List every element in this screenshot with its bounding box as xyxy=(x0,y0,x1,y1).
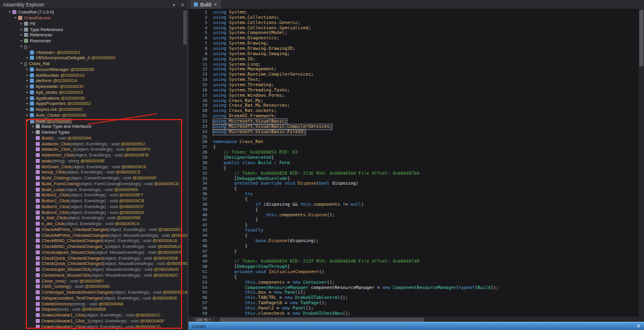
chevron-collapsed-icon[interactable]: ▸ xyxy=(25,84,30,89)
chevron-collapsed-icon[interactable]: ▸ xyxy=(25,113,30,118)
tree-item[interactable]: Button2_Click(object, EventArgs) : void … xyxy=(0,198,187,204)
chevron-expanded-icon[interactable]: ▾ xyxy=(7,9,12,15)
tree-item[interactable]: ▸AppsProperties @02000052 xyxy=(0,101,187,107)
tree-item-content[interactable]: Close_cmd() : void @060009B7 xyxy=(36,278,105,284)
tree-scrollbar[interactable] xyxy=(183,9,187,330)
tree-item[interactable]: Addmintor_Click(object, EventArgs) : voi… xyxy=(0,152,187,158)
code-line[interactable]: 45 base.Dispose(disposing); xyxy=(189,239,639,244)
tree-item-content[interactable]: Combotype_SelectedIndexChanged(object, E… xyxy=(36,290,187,295)
tree-item-content[interactable]: References xyxy=(24,32,53,38)
tree-item-content[interactable]: {}Craxs_Rat xyxy=(24,61,51,66)
tree-item[interactable]: Checkcatpure_MouseClick(object, MouseEve… xyxy=(0,250,187,256)
tree-item-content[interactable]: Apkinstaller @0200003C xyxy=(30,84,85,89)
tab-close-icon[interactable]: ✕ xyxy=(214,2,217,7)
tree-item-content[interactable]: Clonecheck_MouseClick(object, MouseEvent… xyxy=(36,273,180,278)
chevron-down-icon[interactable]: ▾ xyxy=(173,2,175,8)
tree-item[interactable]: ▾CraxsRat.exe xyxy=(0,15,187,21)
chevron-expanded-icon[interactable]: ▾ xyxy=(19,44,24,49)
tree-item[interactable]: btnUp_Click(object, EventArgs) : void @0… xyxy=(0,169,187,175)
tree-item-content[interactable]: AccountManager @02000030 xyxy=(30,67,95,72)
tree-item[interactable]: btnDown_Click(object, EventArgs) : void … xyxy=(0,164,187,169)
tree-item-content[interactable]: AsyncLock @0200000C xyxy=(30,107,84,112)
tree-item[interactable]: CheckAllPrims_CheckedChanged(object, Mou… xyxy=(0,232,187,238)
tree-item-content[interactable]: CheckQuick_CheckedChanged(object, EventA… xyxy=(36,256,179,261)
tree-item[interactable]: ▸Type References xyxy=(0,26,187,32)
tree-item[interactable]: Build_FormClosing(object, FormClosingEve… xyxy=(0,181,187,187)
chevron-collapsed-icon[interactable]: ▸ xyxy=(25,101,30,106)
tree-item[interactable]: CheckAllPrims_CheckedChanged(object, Eve… xyxy=(0,227,187,233)
tree-item[interactable]: Checksuper_MouseClick(object, MouseEvent… xyxy=(0,267,187,273)
close-icon[interactable]: ✕ xyxy=(180,2,184,8)
tree-item-content[interactable]: b_del_Click(object, EventArgs) : void @0… xyxy=(36,221,141,226)
tree-item-selected-content[interactable]: Build @02000053 xyxy=(30,118,72,124)
code-line[interactable]: 46 } xyxy=(189,244,639,249)
tree-item[interactable]: b_Add_Click(object, EventArgs) : void @0… xyxy=(0,215,187,221)
tree-item[interactable]: Addactiv_Click(object, EventArgs) : void… xyxy=(0,141,187,147)
tree-item-content[interactable]: asab(string) : string @0600099E xyxy=(36,158,106,164)
tree-item[interactable]: ▸Derived Types xyxy=(0,130,187,135)
tree-item[interactable]: <Module> @02000001 xyxy=(0,49,187,55)
tree-item-content[interactable]: Auto_Clicker @0200003D xyxy=(30,113,88,118)
tree-item-content[interactable]: DrakeUIAvatar1_Click_1(object, EventArgs… xyxy=(36,318,166,324)
chevron-expanded-icon[interactable]: ▾ xyxy=(25,118,30,124)
tree-item[interactable]: ▸Apkinstaller @0200003C xyxy=(0,84,187,90)
tree-item[interactable]: ▾{}- xyxy=(0,44,187,50)
tree-item[interactable]: CheckQuick_CheckedChanged(object, EventA… xyxy=(0,255,187,261)
tree-item[interactable]: Build() : void @06000994 xyxy=(0,135,187,141)
tree-item[interactable]: ▸Resources xyxy=(0,38,187,44)
chevron-collapsed-icon[interactable]: ▸ xyxy=(30,124,36,129)
chevron-collapsed-icon[interactable]: ▸ xyxy=(25,55,30,60)
tree-item-content[interactable]: Build() : void @06000994 xyxy=(36,135,93,141)
code-line[interactable]: 51 private void InitializeComponent() xyxy=(189,270,639,275)
tree-item[interactable]: Button4_Click(object, EventArgs) : void … xyxy=(0,209,187,215)
chevron-collapsed-icon[interactable]: ▸ xyxy=(19,21,24,26)
chevron-collapsed-icon[interactable]: ▸ xyxy=(25,90,30,95)
tree-item[interactable]: ▸aletform @0200001A xyxy=(0,78,187,84)
tree-item-content[interactable]: {}- xyxy=(24,44,32,49)
tree-item[interactable]: Build_Load(object, EventArgs) : void @06… xyxy=(0,186,187,192)
tree-item[interactable]: Clonecheck_MouseClick(object, MouseEvent… xyxy=(0,273,187,278)
tree-item-content[interactable]: aletform @0200001A xyxy=(30,78,78,83)
tree-item-content[interactable]: Derived Types xyxy=(36,130,71,135)
tree-item-content[interactable]: CheckAllPrims_CheckedChanged(object, Eve… xyxy=(36,227,184,232)
chevron-collapsed-icon[interactable]: ▸ xyxy=(19,27,24,32)
tree-item-content[interactable]: CMD_running() : bool @060009AD xyxy=(36,284,111,289)
tree-item-content[interactable]: Addactiv_Click_1(object, EventArgs) : vo… xyxy=(36,147,151,152)
close-icon[interactable]: ✕ xyxy=(636,324,640,329)
tree-item-content[interactable]: CheckAllPrims_CheckedChanged(object, Mou… xyxy=(36,233,187,238)
tree-item-content[interactable]: Build_Load(object, EventArgs) : void @06… xyxy=(36,187,139,192)
tree-item[interactable]: Dispose(bool) : void @06000858 xyxy=(0,307,187,312)
tree-item[interactable]: CheckQuick_CheckedChanged(object, MouseE… xyxy=(0,261,187,267)
tree-item[interactable]: Delayaccesstext_TextChanged(object, Even… xyxy=(0,295,187,301)
vscrollbar-thumb[interactable] xyxy=(639,10,643,66)
chevron-expanded-icon[interactable]: ▾ xyxy=(13,15,18,21)
tree-item-content[interactable]: Button2_Click(object, EventArgs) : void … xyxy=(36,198,145,203)
tree-item-content[interactable]: AppsProperties @02000052 xyxy=(30,101,92,106)
tree-item-content[interactable]: Build_Closing(object, CancelEventArgs) :… xyxy=(36,175,158,181)
editor-vscrollbar[interactable] xyxy=(639,9,644,317)
tree-item-content[interactable]: <Module> @02000001 xyxy=(30,50,81,55)
tree-item[interactable]: ▾CraxsRat (7.1.0.0) xyxy=(0,9,187,15)
code-line[interactable]: 34 protected override void Dispose(bool … xyxy=(189,181,639,186)
tree-item[interactable]: ▸Applications @02000039 xyxy=(0,95,187,101)
tree-item[interactable]: DrakeUIAvatar2_Click(object, EventArgs) … xyxy=(0,324,187,329)
tree-item-content[interactable]: Checkcatpure_MouseClick(object, MouseEve… xyxy=(36,250,183,255)
tree-item[interactable]: Combotype_SelectedIndexChanged(object, E… xyxy=(0,290,187,295)
tree-item[interactable]: CheckBIND_CheckedChanged(object, EventAr… xyxy=(0,238,187,244)
tree-item-content[interactable]: btnUp_Click(object, EventArgs) : void @0… xyxy=(36,169,142,175)
tree-item[interactable]: asab(string) : string @0600099E xyxy=(0,158,187,164)
tree-item-content[interactable]: CraxsRat (7.1.0.0) xyxy=(12,9,55,15)
tree-item-content[interactable]: Type References xyxy=(24,27,64,32)
tree-item-content[interactable]: CraxsRat.exe xyxy=(18,15,52,21)
code-editor[interactable]: 1using System;2using System.Collections;… xyxy=(189,9,639,317)
tree-item-content[interactable]: Checksuper_MouseClick(object, MouseEvent… xyxy=(36,267,180,272)
tree-item-content[interactable]: Applications @02000039 xyxy=(30,96,86,101)
code-line[interactable]: 41 } xyxy=(189,217,639,223)
hscrollbar-thumb[interactable] xyxy=(220,318,424,322)
tree-item-content[interactable]: Base Type and Interfaces xyxy=(36,124,93,129)
tree-item-content[interactable]: Dispose(bool) : void @06000858 xyxy=(36,307,107,312)
tree-item[interactable]: ▾Build @02000053 xyxy=(0,118,187,124)
tree-item-content[interactable]: DrakeUIAvatar1_Click(object, EventArgs) … xyxy=(36,312,162,318)
tree-item-content[interactable]: DrakeUIAvatar2_Click(object, EventArgs) … xyxy=(36,324,162,329)
tree-item[interactable]: ▸AddNumber @02000010 xyxy=(0,72,187,78)
